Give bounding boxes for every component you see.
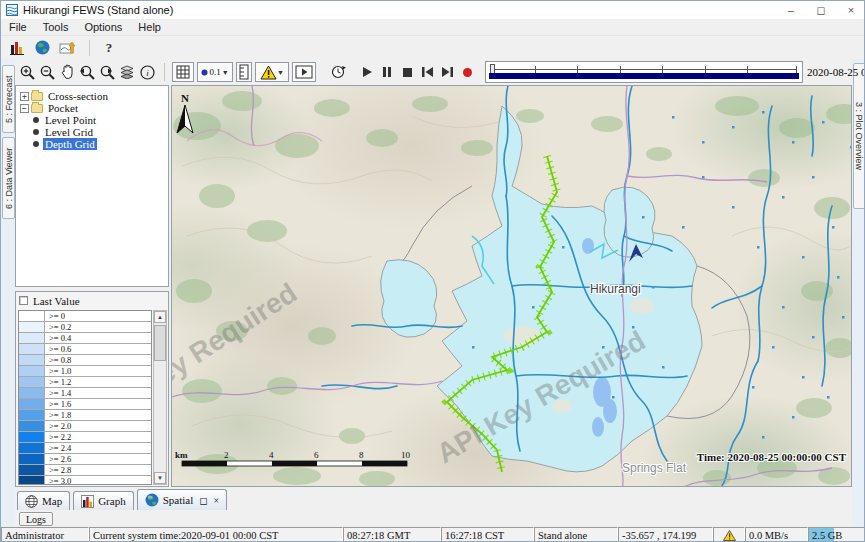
map-display-button[interactable] bbox=[31, 38, 53, 58]
legend-row: >= 2.0 bbox=[19, 421, 151, 432]
side-tab-forecast[interactable]: 5 : Forecast bbox=[2, 65, 15, 133]
layers-icon bbox=[119, 65, 135, 79]
timeseries-display-button[interactable] bbox=[6, 38, 28, 58]
main-toolbar: ? bbox=[1, 36, 865, 59]
map-time-label: Time: 2020-08-25 00:00:00 CST bbox=[697, 451, 847, 463]
record-button[interactable] bbox=[457, 62, 477, 82]
svg-text:i: i bbox=[146, 68, 149, 78]
scale-ruler-button[interactable] bbox=[236, 62, 252, 82]
menu-tools[interactable]: Tools bbox=[35, 20, 77, 34]
legend-swatch bbox=[19, 333, 45, 343]
map-toolbar: i 0.1 ▼ bbox=[17, 59, 850, 85]
legend-label: >= 2.6 bbox=[45, 454, 151, 464]
scroll-thumb[interactable] bbox=[154, 325, 166, 361]
legend-label: >= 1.6 bbox=[45, 399, 151, 409]
bar-chart-icon bbox=[9, 40, 25, 56]
last-value-checkbox[interactable] bbox=[19, 296, 28, 305]
menu-help[interactable]: Help bbox=[130, 20, 169, 34]
expand-icon[interactable]: + bbox=[20, 92, 29, 101]
legend-label: >= 0 bbox=[45, 311, 151, 321]
scroll-down-icon[interactable]: ▼ bbox=[154, 472, 166, 484]
tree-item-label-selected: Depth Grid bbox=[43, 138, 97, 150]
scale-tick: 2 bbox=[224, 450, 229, 460]
stop-icon bbox=[402, 67, 413, 78]
legend-row: >= 2.2 bbox=[19, 432, 151, 443]
close-button[interactable]: × bbox=[836, 1, 865, 19]
tree-item-level-point[interactable]: Level Point bbox=[20, 114, 168, 126]
tab-maximize-icon[interactable]: ◻ bbox=[199, 495, 207, 506]
tree-item-depth-grid[interactable]: Depth Grid bbox=[20, 138, 168, 150]
legend-label: >= 3.0 bbox=[45, 476, 151, 485]
status-warning[interactable] bbox=[713, 527, 745, 542]
step-first-button[interactable] bbox=[417, 62, 437, 82]
side-tab-data-viewer[interactable]: 6 : Data Viewer bbox=[2, 137, 15, 219]
minimize-button[interactable]: – bbox=[776, 1, 806, 19]
status-mode: Stand alone bbox=[534, 527, 618, 542]
grid-toggle-button[interactable] bbox=[172, 62, 194, 82]
legend-row: >= 1.8 bbox=[19, 410, 151, 421]
logs-button[interactable]: Logs bbox=[19, 512, 53, 526]
legend-row: >= 1.4 bbox=[19, 388, 151, 399]
current-timestep-label: 2020-08-25 00:00:00 CST bbox=[807, 66, 865, 78]
folder-icon bbox=[31, 104, 43, 113]
warning-threshold-dropdown[interactable]: ▼ bbox=[255, 62, 289, 82]
tab-spatial-active[interactable]: Spatial ◻ × bbox=[137, 489, 228, 510]
legend-swatch bbox=[19, 410, 45, 420]
tree-item-cross-section[interactable]: + Cross-section bbox=[20, 90, 168, 102]
time-slider[interactable] bbox=[485, 61, 803, 83]
tree-item-label: Cross-section bbox=[46, 90, 110, 102]
scale-tick: 4 bbox=[269, 450, 274, 460]
toolbar-separator bbox=[164, 63, 165, 81]
scroll-up-icon[interactable]: ▲ bbox=[154, 311, 166, 323]
maximize-button[interactable]: ◻ bbox=[806, 1, 836, 19]
stop-button[interactable] bbox=[397, 62, 417, 82]
point-icon bbox=[201, 69, 208, 76]
play-button[interactable] bbox=[357, 62, 377, 82]
tab-close-icon[interactable]: × bbox=[214, 495, 220, 506]
zoom-out-button[interactable] bbox=[37, 62, 57, 82]
legend-swatch bbox=[19, 377, 45, 387]
tab-map-label: Map bbox=[42, 495, 62, 507]
animation-button[interactable] bbox=[292, 62, 316, 82]
app-logo-icon bbox=[6, 4, 18, 16]
tree-item-pocket[interactable]: − Pocket bbox=[20, 102, 168, 114]
record-icon bbox=[462, 67, 473, 78]
legend-row: >= 3.0 bbox=[19, 476, 151, 485]
zoom-previous-button[interactable] bbox=[77, 62, 97, 82]
point-size-dropdown[interactable]: 0.1 ▼ bbox=[197, 62, 233, 82]
menu-options[interactable]: Options bbox=[76, 20, 130, 34]
info-button[interactable]: i bbox=[137, 62, 157, 82]
pause-button[interactable] bbox=[377, 62, 397, 82]
node-bullet-icon bbox=[33, 117, 39, 123]
pan-button[interactable] bbox=[57, 62, 77, 82]
step-last-button[interactable] bbox=[437, 62, 457, 82]
title-bar: Hikurangi FEWS (Stand alone) – ◻ × bbox=[1, 1, 865, 19]
time-settings-button[interactable] bbox=[329, 62, 349, 82]
legend-label: >= 2.2 bbox=[45, 432, 151, 442]
side-tab-plot-overview[interactable]: 3 : Plot Overview bbox=[853, 63, 865, 209]
hand-icon bbox=[60, 64, 75, 80]
legend-swatch bbox=[19, 421, 45, 431]
tree-item-level-grid[interactable]: Level Grid bbox=[20, 126, 168, 138]
menu-file[interactable]: File bbox=[1, 20, 35, 34]
tab-graph[interactable]: Graph bbox=[73, 491, 134, 510]
zoom-next-button[interactable] bbox=[97, 62, 117, 82]
collapse-icon[interactable]: − bbox=[20, 104, 29, 113]
legend-panel: Last Value >= 0 >= 0.2 >= 0.4 >= 0.6 >= … bbox=[15, 291, 169, 487]
zoom-in-button[interactable] bbox=[17, 62, 37, 82]
help-button[interactable]: ? bbox=[98, 38, 120, 58]
flood-extent-polygon bbox=[381, 106, 702, 472]
status-gmt-time: 08:27:18 GMT bbox=[343, 527, 441, 542]
map-view[interactable]: API Key Required API Key Required Hikura… bbox=[171, 85, 852, 487]
tab-map[interactable]: Map bbox=[17, 491, 70, 510]
layers-button[interactable] bbox=[117, 62, 137, 82]
node-bullet-icon bbox=[33, 129, 39, 135]
north-label: N bbox=[181, 92, 189, 104]
legend-scrollbar[interactable]: ▲ ▼ bbox=[153, 310, 167, 485]
status-local-time: 16:27:18 CST bbox=[441, 527, 534, 542]
spatial-display-button[interactable] bbox=[56, 38, 78, 58]
graph-icon bbox=[81, 495, 94, 508]
legend-swatch bbox=[19, 432, 45, 442]
ruler-icon bbox=[239, 64, 249, 80]
legend-swatch bbox=[19, 443, 45, 453]
